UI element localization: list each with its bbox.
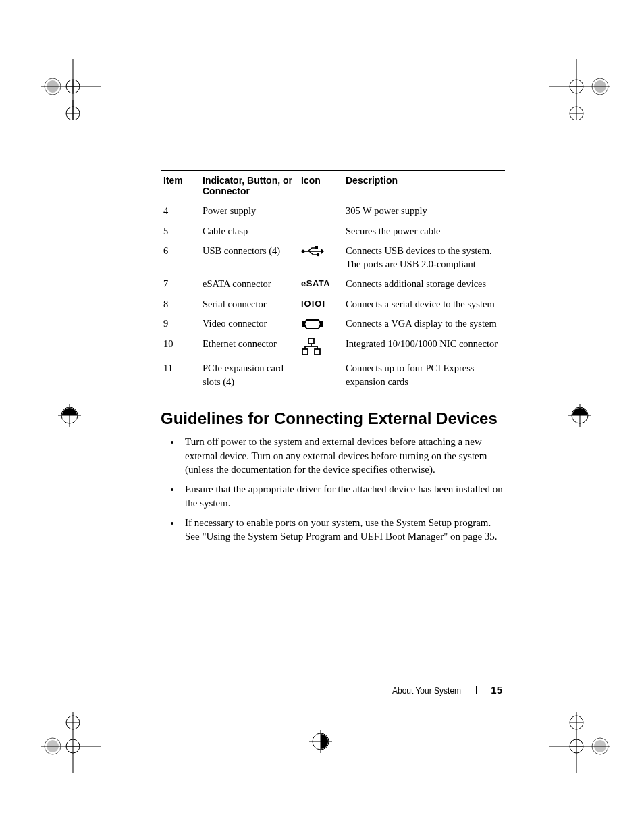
svg-marker-47 (321, 249, 324, 254)
cell-description: Secures the power cable (346, 221, 505, 242)
cell-indicator: Serial connector (203, 294, 301, 315)
header-item: Item (161, 171, 203, 201)
cell-item: 9 (161, 314, 203, 334)
cell-indicator: Video connector (203, 314, 301, 334)
serial-icon: IOIOI (301, 294, 346, 315)
connector-table: Item Indicator, Button, or Connector Ico… (161, 170, 505, 394)
table-row: 4 Power supply 305 W power supply (161, 201, 505, 221)
cell-description: Integrated 10/100/1000 NIC connector (346, 334, 505, 359)
section-heading: Guidelines for Connecting External Devic… (161, 409, 505, 428)
svg-point-46 (317, 253, 319, 255)
cell-item: 5 (161, 221, 203, 242)
table-row: 5 Cable clasp Secures the power cable (161, 221, 505, 242)
cell-indicator: PCIe expansion card slots (4) (203, 359, 301, 394)
svg-rect-50 (308, 338, 314, 344)
registration-mark-icon (304, 725, 338, 758)
header-description: Description (346, 171, 505, 201)
registration-mark-icon (41, 59, 101, 120)
svg-rect-45 (315, 246, 318, 249)
registration-mark-icon (543, 712, 610, 773)
footer-section-name: About Your System (392, 686, 461, 696)
cell-icon (301, 221, 346, 242)
table-row: 8 Serial connector IOIOI Connects a seri… (161, 294, 505, 315)
page-number: 15 (491, 684, 502, 696)
cell-description: Connects a serial device to the system (346, 294, 505, 315)
cell-indicator: Power supply (203, 201, 301, 221)
header-icon: Icon (301, 171, 346, 201)
cell-item: 6 (161, 241, 203, 274)
esata-icon: eSATA (301, 274, 346, 294)
cell-description: Connects additional storage devices (346, 274, 505, 294)
usb-icon (301, 241, 346, 274)
table-row: 11 PCIe expansion card slots (4) Connect… (161, 359, 505, 394)
table-row: 10 Ethernet connector Integrated 10/100/… (161, 334, 505, 359)
page-footer: About Your System 15 (232, 684, 502, 696)
vga-icon (301, 314, 346, 334)
cell-indicator: eSATA connector (203, 274, 301, 294)
guidelines-list: Turn off power to the system and externa… (161, 435, 505, 544)
registration-mark-icon (53, 398, 86, 432)
cell-description: Connects up to four PCI Express expansio… (346, 359, 505, 394)
registration-mark-icon (563, 398, 597, 432)
cell-description: Connects a VGA display to the system (346, 314, 505, 334)
cell-description: Connects USB devices to the system. The … (346, 241, 505, 274)
list-item: Ensure that the appropriate driver for t… (181, 482, 505, 510)
cell-item: 7 (161, 274, 203, 294)
cell-item: 10 (161, 334, 203, 359)
cell-item: 11 (161, 359, 203, 394)
cell-indicator: USB connectors (4) (203, 241, 301, 274)
list-item: Turn off power to the system and externa… (181, 435, 505, 477)
table-row: 9 Video connector Connects a VGA display… (161, 314, 505, 334)
registration-mark-icon (543, 59, 610, 120)
header-indicator: Indicator, Button, or Connector (203, 171, 301, 201)
footer-separator (476, 686, 477, 694)
svg-rect-52 (315, 349, 320, 355)
cell-indicator: Ethernet connector (203, 334, 301, 359)
cell-icon (301, 201, 346, 221)
cell-item: 8 (161, 294, 203, 315)
list-item: If necessary to enable ports on your sys… (181, 516, 505, 544)
page-content: Item Indicator, Button, or Connector Ico… (161, 170, 505, 549)
svg-rect-51 (302, 349, 308, 355)
cell-indicator: Cable clasp (203, 221, 301, 242)
cell-description: 305 W power supply (346, 201, 505, 221)
table-row: 6 USB connectors (4) Connects USB device… (161, 241, 505, 274)
registration-mark-icon (41, 712, 101, 773)
table-row: 7 eSATA connector eSATA Connects additio… (161, 274, 505, 294)
ethernet-icon (301, 334, 346, 359)
cell-item: 4 (161, 201, 203, 221)
cell-icon (301, 359, 346, 394)
